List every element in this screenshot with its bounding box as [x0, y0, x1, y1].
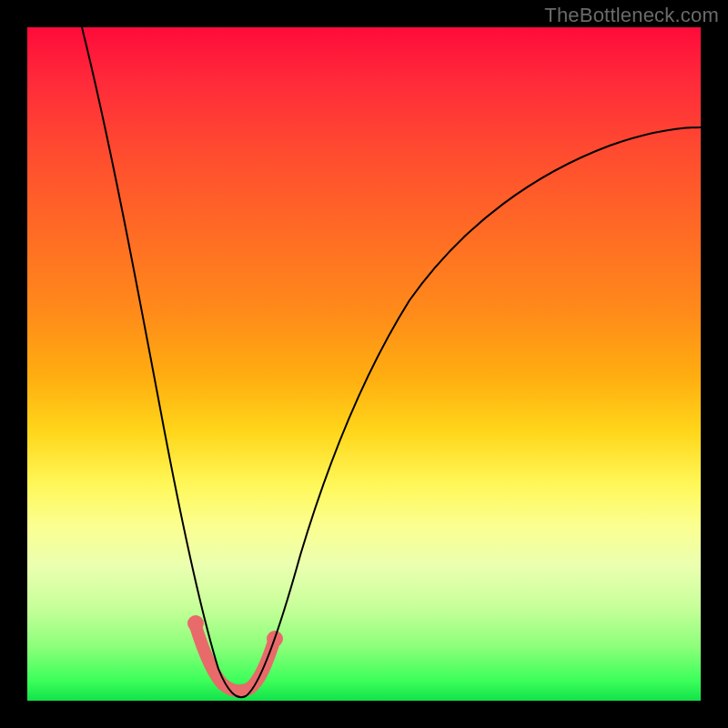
marker-dot	[187, 615, 204, 632]
watermark-text: TheBottleneck.com	[544, 4, 719, 27]
plot-area	[27, 27, 701, 701]
chart-frame: TheBottleneck.com	[0, 0, 728, 728]
curve-svg	[27, 27, 701, 701]
bottleneck-curve	[82, 27, 701, 697]
marker-highlight	[196, 626, 273, 691]
